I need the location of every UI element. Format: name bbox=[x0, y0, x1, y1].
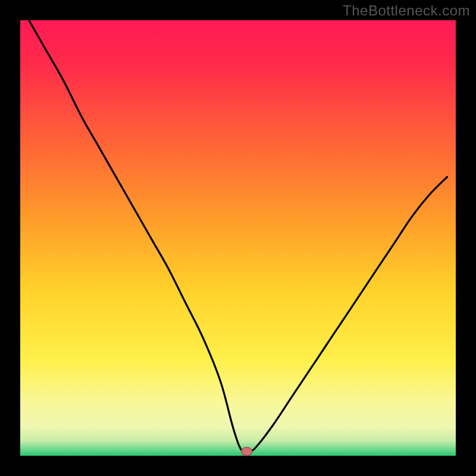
optimal-marker bbox=[242, 447, 252, 456]
plot-area bbox=[20, 20, 456, 456]
bottleneck-chart bbox=[0, 0, 476, 476]
watermark-text: TheBottleneck.com bbox=[343, 2, 470, 19]
chart-frame: TheBottleneck.com bbox=[0, 0, 476, 476]
